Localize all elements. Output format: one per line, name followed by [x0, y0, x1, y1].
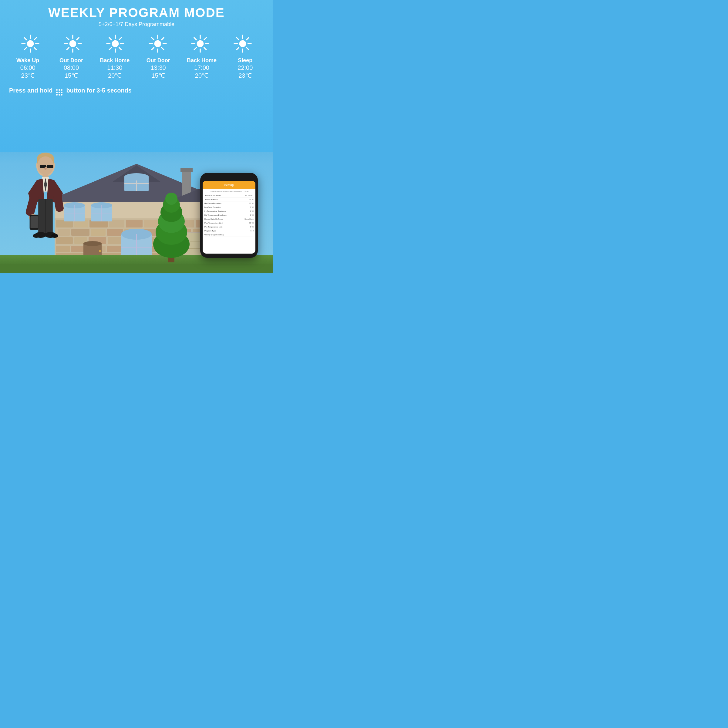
- phone-row-5: Int Temperature Deadzone 1 °C: [205, 209, 254, 213]
- sun-icon-5: [190, 33, 211, 54]
- dot-3: [61, 89, 63, 91]
- program-temp-3: 20℃: [96, 72, 133, 79]
- sun-icons-row: [0, 33, 273, 54]
- svg-rect-77: [108, 237, 122, 244]
- svg-line-53: [237, 47, 239, 50]
- program-col-4: Out Door 13:30 15℃: [140, 57, 177, 79]
- program-time-5: 17:00: [184, 64, 220, 71]
- program-time-1: 06:00: [10, 64, 46, 71]
- dot-1: [56, 89, 58, 91]
- program-label-6: Sleep: [227, 57, 263, 64]
- program-col-2: Out Door 08:00 15℃: [53, 57, 89, 79]
- svg-point-157: [33, 234, 40, 238]
- svg-rect-68: [107, 229, 123, 236]
- svg-line-25: [119, 38, 121, 40]
- svg-point-9: [69, 40, 76, 47]
- page-subtitle: 5+2/6+1/7 Days Programmable: [0, 21, 273, 28]
- phone-row-label-9: Min Temperature Limit: [205, 226, 222, 228]
- svg-rect-86: [107, 246, 124, 252]
- svg-point-27: [154, 40, 161, 47]
- phone-row-value-7: Keep State: [245, 218, 254, 220]
- phone-row-3: HighTemp Protection 45 °C: [205, 202, 254, 205]
- phone-notch: [220, 177, 238, 180]
- sun-icon-1: [20, 33, 41, 54]
- dot-4: [56, 92, 58, 93]
- phone-row-label-6: Ext Temperature Deadzone: [205, 214, 226, 216]
- dots-grid: [56, 89, 63, 96]
- phone-row-6: Ext Temperature Deadzone 2 °C: [205, 213, 254, 217]
- svg-line-52: [246, 38, 249, 40]
- phone-row-2: Temp Calibration -1 °C: [205, 197, 254, 202]
- tree-illustration: [148, 171, 194, 262]
- program-temp-2: 15℃: [53, 72, 89, 79]
- dot-9: [61, 94, 63, 96]
- svg-line-41: [194, 38, 196, 40]
- svg-point-36: [197, 40, 204, 47]
- svg-line-26: [109, 47, 111, 50]
- program-time-6: 22:00: [227, 64, 263, 71]
- phone-row-9: Min Temperature Limit 5 °C: [205, 225, 254, 229]
- svg-rect-67: [91, 229, 106, 236]
- svg-line-24: [119, 47, 121, 50]
- phone-app-header: Setting: [203, 181, 255, 189]
- phone-row-value-9: 5 °C: [250, 226, 254, 228]
- phone-row-8: Max Temperature Limit 35 °C: [205, 221, 254, 225]
- program-temp-5: 20℃: [184, 72, 220, 79]
- phone-row-value-4: 5 °C: [250, 206, 254, 208]
- phone-row-label-2: Temp Calibration: [205, 198, 218, 200]
- program-time-4: 13:30: [140, 64, 177, 71]
- svg-line-23: [109, 38, 111, 40]
- press-hold-text: Press and hold: [9, 87, 52, 94]
- phone-row-label-10: Program Type: [205, 230, 216, 232]
- dot-6: [61, 92, 63, 93]
- svg-line-5: [24, 38, 26, 40]
- svg-line-42: [204, 47, 206, 50]
- program-col-5: Back Home 17:00 20℃: [184, 57, 220, 79]
- svg-line-51: [246, 47, 249, 50]
- phone-row-label-3: HighTemp Protection: [205, 202, 222, 204]
- grid-dots-icon: [55, 85, 64, 96]
- phone-row-1: Temperature Sensor Int Sensor: [205, 194, 254, 197]
- sun-icon-6: [232, 33, 253, 54]
- phone-row-value-10: 5+2: [251, 230, 254, 232]
- dot-8: [58, 94, 60, 96]
- program-col-3: Back Home 11:30 20℃: [96, 57, 133, 79]
- press-hold-suffix: button for 3-5 seconds: [66, 87, 132, 94]
- phone-row-label-8: Max Temperature Limit: [205, 222, 223, 224]
- phone-screen: Setting The Following Content Needs Pass…: [203, 181, 255, 254]
- phone-mockup: Setting The Following Content Needs Pass…: [200, 173, 258, 258]
- phone-row-label-7: Device State On Power: [205, 218, 223, 220]
- svg-line-34: [162, 38, 164, 40]
- phone-notice-text: The Following Content Needs Password 123…: [205, 191, 254, 192]
- svg-rect-148: [25, 190, 40, 217]
- program-temp-1: 23℃: [10, 72, 46, 79]
- svg-point-134: [165, 193, 177, 205]
- dot-2: [58, 89, 60, 91]
- program-temp-6: 23℃: [227, 72, 263, 79]
- dot-7: [56, 94, 58, 96]
- phone-row-4: LowTemp Protection 5 °C: [205, 205, 254, 209]
- svg-line-32: [151, 38, 154, 40]
- phone-row-label-4: LowTemp Protection: [205, 206, 221, 208]
- svg-line-33: [162, 47, 164, 50]
- press-hold-instruction: Press and hold button for 3-5 seconds: [0, 82, 273, 99]
- sun-icon-2: [62, 33, 83, 54]
- program-label-1: Wake Up: [10, 57, 46, 64]
- svg-point-142: [44, 167, 47, 170]
- program-time-2: 08:00: [53, 64, 89, 71]
- phone-app-body: The Following Content Needs Password 123…: [203, 189, 255, 238]
- program-col-1: Wake Up 06:00 23℃: [10, 57, 46, 79]
- main-content: WEEKLY PROGRAM MODE 5+2/6+1/7 Days Progr…: [0, 0, 273, 99]
- svg-line-16: [77, 38, 79, 40]
- svg-line-7: [34, 38, 37, 40]
- phone-row-value-3: 45 °C: [249, 202, 254, 204]
- svg-line-17: [67, 47, 69, 50]
- program-temp-4: 15℃: [140, 72, 177, 79]
- svg-point-98: [124, 173, 148, 180]
- svg-point-0: [27, 40, 34, 47]
- phone-row-label-11: Weekly program setting: [205, 234, 223, 236]
- phone-row-11: Weekly program setting: [205, 233, 254, 237]
- page-wrapper: WEEKLY PROGRAM MODE 5+2/6+1/7 Days Progr…: [0, 0, 273, 273]
- bottom-scene: Setting The Following Content Needs Pass…: [0, 142, 273, 273]
- phone-row-value-5: 1 °C: [250, 210, 254, 212]
